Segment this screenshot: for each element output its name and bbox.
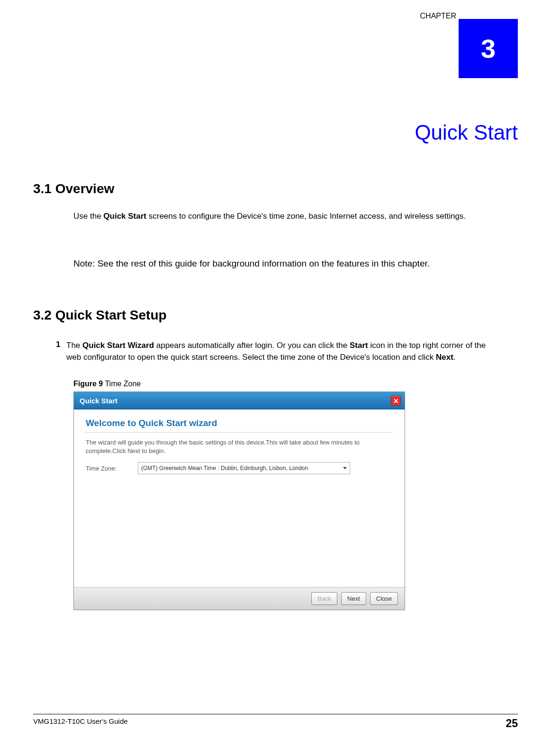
separator (86, 432, 393, 433)
wizard-description: The wizard will guide you through the ba… (86, 438, 393, 455)
wizard-footer: Back Next Close (74, 587, 405, 610)
text: . (453, 353, 456, 362)
figure-title: Time Zone (103, 380, 141, 388)
text-bold: Start (350, 341, 368, 350)
note-paragraph: Note: See the rest of this guide for bac… (73, 258, 512, 270)
section-3-1-heading: 3.1 Overview (33, 181, 114, 196)
page-number: 25 (506, 717, 518, 730)
timezone-label: Time Zone: (86, 465, 128, 472)
text: Use the (73, 212, 103, 221)
overview-paragraph: Use the Quick Start screens to configure… (73, 211, 486, 222)
page: CHAPTER 3 Quick Start 3.1 Overview Use t… (0, 0, 551, 756)
timezone-row: Time Zone: (GMT) Greenwich Mean Time : D… (86, 462, 393, 474)
wizard-titlebar[interactable]: Quick Start ✕ (74, 392, 405, 409)
figure-number: Figure 9 (73, 380, 103, 388)
text-bold: Quick Start (103, 212, 146, 221)
quick-start-wizard-dialog: Quick Start ✕ Welcome to Quick Start wiz… (73, 391, 405, 610)
close-icon[interactable]: ✕ (391, 396, 401, 406)
text: screens to configure the Device's time z… (146, 212, 466, 221)
section-3-2-heading: 3.2 Quick Start Setup (33, 308, 167, 323)
chapter-number-badge: 3 (459, 19, 518, 78)
figure-caption: Figure 9 Time Zone (73, 380, 141, 388)
wizard-title: Quick Start (80, 397, 117, 405)
text-bold: Quick Start Wizard (82, 341, 154, 350)
back-button[interactable]: Back (311, 592, 337, 605)
text: appears automatically after login. Or yo… (154, 341, 350, 350)
chapter-title: Quick Start (415, 121, 518, 144)
guide-name: VMG1312-T10C User's Guide (33, 717, 128, 730)
wizard-welcome-heading: Welcome to Quick Start wizard (86, 418, 393, 428)
chapter-label: CHAPTER (420, 12, 456, 20)
next-button[interactable]: Next (341, 592, 366, 605)
step-1: 1 The Quick Start Wizard appears automat… (66, 340, 488, 363)
text-bold: Next (436, 353, 453, 362)
close-button[interactable]: Close (370, 592, 398, 605)
page-footer: VMG1312-T10C User's Guide 25 (33, 714, 518, 730)
step-1-text: The Quick Start Wizard appears automatic… (66, 340, 488, 363)
timezone-value: (GMT) Greenwich Mean Time : Dublin, Edin… (141, 465, 308, 471)
timezone-select[interactable]: (GMT) Greenwich Mean Time : Dublin, Edin… (138, 462, 350, 474)
text: The (66, 341, 82, 350)
wizard-body: Welcome to Quick Start wizard The wizard… (74, 409, 405, 587)
step-number: 1 (56, 340, 60, 349)
